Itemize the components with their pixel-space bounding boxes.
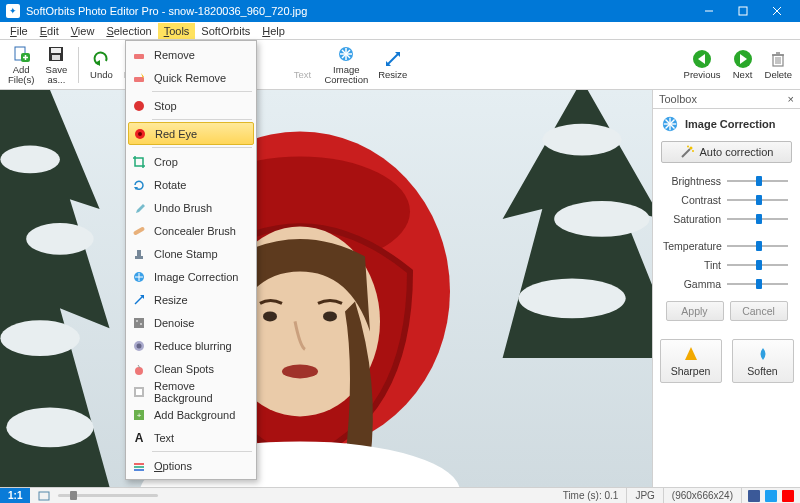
zoom-slider[interactable] [58, 494, 158, 497]
menu-quick-remove[interactable]: Quick Remove [126, 66, 256, 89]
slider-saturation[interactable]: Saturation [663, 209, 790, 228]
slider-contrast[interactable]: Contrast [663, 190, 790, 209]
cancel-button[interactable]: Cancel [730, 301, 788, 321]
sharpen-button[interactable]: Sharpen [660, 339, 722, 383]
undo-button[interactable]: Undo [85, 47, 117, 82]
twitter-icon[interactable] [765, 490, 777, 502]
svg-point-43 [263, 311, 277, 321]
zoom-fit-button[interactable] [30, 488, 50, 503]
slider-group-a: Brightness Contrast Saturation [653, 171, 800, 228]
resize-button[interactable]: Resize [374, 47, 411, 82]
apply-button[interactable]: Apply [666, 301, 724, 321]
menu-tools[interactable]: Tools [158, 23, 196, 39]
app-icon: ✦ [6, 4, 20, 18]
youtube-icon[interactable] [782, 490, 794, 502]
menu-add-background[interactable]: +Add Background [126, 403, 256, 426]
zoom-1to1-button[interactable]: 1:1 [0, 488, 30, 503]
options-icon [131, 458, 147, 474]
menu-remove-background[interactable]: Remove Background [126, 380, 256, 403]
menu-clone-stamp[interactable]: Clone Stamp [126, 242, 256, 265]
status-time: Time (s): 0.1 [555, 488, 628, 503]
svg-point-53 [689, 147, 692, 150]
menu-edit[interactable]: Edit [34, 23, 65, 39]
menu-image-correction[interactable]: Image Correction [126, 265, 256, 288]
menu-softorbits[interactable]: SoftOrbits [195, 23, 256, 39]
close-button[interactable] [760, 0, 794, 22]
toolbar-separator [78, 47, 79, 83]
svg-point-73 [136, 320, 138, 322]
menu-remove[interactable]: Remove [126, 43, 256, 66]
sharpen-soften-row: Sharpen Soften [653, 339, 800, 383]
facebook-icon[interactable] [748, 490, 760, 502]
menu-stop[interactable]: Stop [126, 94, 256, 117]
menu-bar: File Edit View Selection Tools SoftOrbit… [0, 22, 800, 40]
toolbox-close-icon[interactable]: × [788, 93, 794, 105]
menu-clean-spots[interactable]: Clean Spots [126, 357, 256, 380]
image-correction-button[interactable]: ImageCorrection [320, 42, 372, 87]
svg-point-74 [140, 323, 142, 325]
undo-icon [91, 49, 111, 69]
svg-rect-1 [739, 7, 747, 15]
minimize-button[interactable] [692, 0, 726, 22]
plus-file-icon [11, 44, 31, 64]
menu-reduce-blurring[interactable]: Reduce blurring [126, 334, 256, 357]
svg-point-55 [692, 150, 694, 152]
clean-spots-icon [131, 361, 147, 377]
menu-file[interactable]: File [4, 23, 34, 39]
resize-icon [383, 49, 403, 69]
title-bar: ✦ SoftOrbits Photo Editor Pro - snow-182… [0, 0, 800, 22]
menu-text[interactable]: AText [126, 426, 256, 449]
menu-denoise[interactable]: Denoise [126, 311, 256, 334]
svg-rect-64 [133, 226, 145, 235]
panel-title: Image Correction [685, 118, 775, 130]
menu-rotate[interactable]: Rotate [126, 173, 256, 196]
stamp-icon [131, 246, 147, 262]
soften-button[interactable]: Soften [732, 339, 794, 383]
image-canvas[interactable] [0, 90, 652, 487]
menu-crop[interactable]: Crop [126, 150, 256, 173]
band-aid-icon [131, 223, 147, 239]
previous-button[interactable]: Previous [680, 47, 725, 82]
menu-undo-brush[interactable]: Undo Brush [126, 196, 256, 219]
menu-view[interactable]: View [65, 23, 101, 39]
maximize-button[interactable] [726, 0, 760, 22]
menu-selection[interactable]: Selection [100, 23, 157, 39]
svg-point-34 [0, 320, 79, 356]
auto-correction-button[interactable]: Auto correction [661, 141, 792, 163]
svg-rect-79 [136, 389, 142, 395]
text-tool-button[interactable]: Text [286, 47, 318, 82]
menu-help[interactable]: Help [256, 23, 291, 39]
slider-group-b: Temperature Tint Gamma [653, 236, 800, 293]
menu-red-eye[interactable]: Red Eye [128, 122, 254, 145]
sharpen-icon [683, 346, 699, 362]
svg-point-35 [6, 408, 93, 448]
star-icon [336, 44, 356, 64]
next-icon [733, 49, 753, 69]
social-links [742, 490, 800, 502]
svg-rect-65 [135, 256, 143, 259]
add-file-button[interactable]: AddFile(s) [4, 42, 38, 87]
menu-concealer-brush[interactable]: Concealer Brush [126, 219, 256, 242]
slider-temperature[interactable]: Temperature [663, 236, 790, 255]
svg-marker-56 [685, 347, 697, 360]
photo-tree-left [0, 90, 110, 487]
text-icon [292, 49, 312, 69]
save-as-button[interactable]: Saveas... [40, 42, 72, 87]
slider-tint[interactable]: Tint [663, 255, 790, 274]
wand-icon [680, 145, 694, 159]
next-button[interactable]: Next [727, 47, 759, 82]
eraser-icon [131, 47, 147, 63]
crop-icon [131, 154, 147, 170]
slider-brightness[interactable]: Brightness [663, 171, 790, 190]
delete-button[interactable]: Delete [761, 47, 796, 82]
svg-point-38 [554, 201, 649, 237]
menu-resize[interactable]: Resize [126, 288, 256, 311]
trash-icon [768, 49, 788, 69]
slider-gamma[interactable]: Gamma [663, 274, 790, 293]
status-bar: 1:1 Time (s): 0.1 JPG (960x666x24) [0, 487, 800, 503]
svg-point-45 [282, 364, 318, 378]
svg-point-54 [687, 146, 689, 148]
svg-point-37 [542, 124, 621, 156]
add-bg-icon: + [131, 407, 147, 423]
menu-options[interactable]: Options [126, 454, 256, 477]
